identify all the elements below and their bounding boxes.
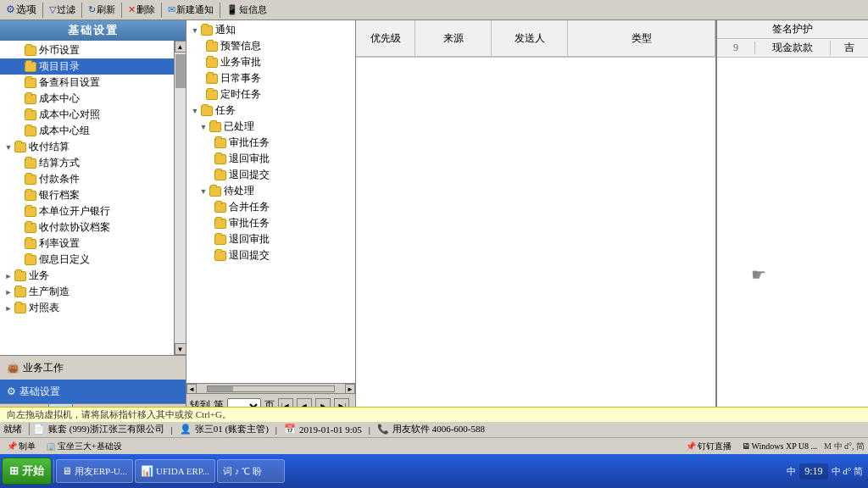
user-icon: 👤 bbox=[180, 424, 192, 435]
tree-item-bank-archive[interactable]: 银行档案 bbox=[0, 187, 174, 203]
horizontal-scrollbar[interactable] bbox=[186, 383, 355, 393]
separator-4 bbox=[161, 3, 162, 18]
pinned-item-1[interactable]: 📌 制单 bbox=[3, 440, 39, 453]
taskbar-item-erp1[interactable]: 🖥 用友ERP-U... bbox=[56, 459, 133, 483]
folder-icon-approve-task bbox=[214, 136, 227, 150]
scroll-right-btn[interactable] bbox=[345, 384, 355, 394]
tree-item-payment-terms[interactable]: 付款条件 bbox=[0, 171, 174, 187]
right-panel: 优先级 来源 发送人 类型 ☛ bbox=[356, 20, 715, 434]
tree-item-merge-task[interactable]: 合并任务 bbox=[186, 199, 355, 215]
left-tree[interactable]: 外币设置 项目目录 备查科目设置 成本中 bbox=[0, 41, 174, 355]
far-right-body bbox=[717, 58, 868, 434]
separator-5 bbox=[220, 3, 220, 18]
taskbar-item-misc[interactable]: 词 ♪ ℃ 盼 bbox=[217, 459, 285, 483]
briefcase-icon: 👜 bbox=[7, 362, 19, 374]
tree-item-reject-approve2[interactable]: 退回审批 bbox=[186, 231, 355, 247]
taskbar: ⊞ 开始 🖥 用友ERP-U... 📊 UFIDA ERP... 词 ♪ ℃ 盼… bbox=[0, 454, 868, 488]
options-icon: ⚙ bbox=[6, 3, 15, 16]
main-window: ⚙ 选项 ▽ 过滤 ↻ 刷新 ✕ 删除 ✉ 新建通知 📱 短信息 bbox=[0, 0, 868, 437]
folder-icon-costgroup bbox=[24, 125, 37, 138]
taskbar-separator bbox=[53, 459, 54, 483]
sms-icon: 📱 bbox=[226, 4, 238, 15]
table-body: ☛ bbox=[356, 58, 715, 434]
expand-task: ▼ bbox=[190, 106, 200, 116]
pinned-item-win[interactable]: 🖥 Windows XP U8 ... bbox=[738, 441, 821, 452]
tree-group-business[interactable]: ► 业务 bbox=[0, 268, 174, 284]
tree-item-bizapproval[interactable]: 业务审批 bbox=[186, 54, 355, 70]
separator-status-1: | bbox=[171, 424, 173, 435]
tab-basic-settings[interactable]: ⚙ 基础设置 bbox=[0, 380, 186, 403]
tree-group-manufacturing[interactable]: ► 生产制造 bbox=[0, 284, 174, 300]
scroll-left-btn[interactable] bbox=[186, 384, 197, 394]
pinned-item-2[interactable]: 🏢 宝坐三大+基础设 bbox=[42, 440, 125, 453]
tree-item-costcenter[interactable]: 成本中心 bbox=[0, 91, 174, 107]
col-header-priority: 优先级 bbox=[356, 20, 415, 56]
toolbar-refresh[interactable]: ↻ 刷新 bbox=[86, 3, 118, 17]
col-header-sender: 发送人 bbox=[492, 20, 568, 56]
taskbar-item-ufida[interactable]: 📊 UFIDA ERP... bbox=[135, 459, 215, 483]
tree-group-pending[interactable]: ▼ 待处理 bbox=[186, 183, 355, 199]
content-area: 基础设置 外币设置 项目目录 bbox=[0, 20, 868, 434]
tree-group-task[interactable]: ▼ 任务 bbox=[186, 103, 355, 119]
scroll-thumb-h bbox=[208, 386, 233, 391]
tree-item-costmapping[interactable]: 成本中心对照 bbox=[0, 107, 174, 123]
second-taskbar-row: 📌 制单 🏢 宝坐三大+基础设 📌 钉钉直播 🖥 Windows XP U8 .… bbox=[0, 437, 868, 454]
folder-icon-reject-approve bbox=[214, 152, 227, 166]
tree-item-reject-submit[interactable]: 退回提交 bbox=[186, 167, 355, 183]
toolbar-options[interactable]: ⚙ 选项 bbox=[3, 2, 39, 18]
tree-group-payment[interactable]: ▼ 收付结算 bbox=[0, 139, 174, 155]
tree-item-reject-submit2[interactable]: 退回提交 bbox=[186, 247, 355, 263]
far-right-sub-headers: 9 现金款款 吉 bbox=[717, 39, 868, 57]
folder-icon-bank-archive bbox=[24, 189, 37, 202]
tree-item-inquiry[interactable]: 备查科目设置 bbox=[0, 75, 174, 91]
expand-manufacturing: ► bbox=[3, 287, 14, 297]
tree-item-approve-task[interactable]: 审批任务 bbox=[186, 135, 355, 151]
far-right-col1-label: 9 bbox=[717, 42, 755, 54]
tree-item-interest[interactable]: 利率设置 bbox=[0, 236, 174, 252]
scroll-track[interactable] bbox=[175, 53, 186, 343]
folder-icon-payment-agreement bbox=[24, 221, 37, 235]
scroll-track-h[interactable] bbox=[207, 385, 335, 392]
left-panel: 基础设置 外币设置 项目目录 bbox=[0, 20, 186, 434]
tab-business-work[interactable]: 👜 业务工作 bbox=[0, 356, 186, 380]
tree-item-costgroup[interactable]: 成本中心组 bbox=[0, 123, 174, 139]
expand-project bbox=[14, 62, 24, 72]
expand-mapping: ► bbox=[3, 303, 14, 313]
table-header: 优先级 来源 发送人 类型 bbox=[356, 20, 715, 58]
expand-notification: ▼ bbox=[190, 25, 200, 36]
toolbar-new-notification[interactable]: ✉ 新建通知 bbox=[165, 3, 216, 17]
middle-tree[interactable]: ▼ 通知 预警信息 业务审批 日常事务 定时任 bbox=[186, 20, 355, 383]
tree-item-holiday[interactable]: 假息日定义 bbox=[0, 252, 174, 268]
tree-item-reject-approve[interactable]: 退回审批 bbox=[186, 151, 355, 167]
filter-icon: ▽ bbox=[49, 4, 56, 15]
tree-item-project[interactable]: 项目目录 bbox=[0, 58, 174, 75]
tree-group-processed[interactable]: ▼ 已处理 bbox=[186, 119, 355, 135]
tree-item-currency[interactable]: 外币设置 bbox=[0, 42, 174, 58]
folder-icon-interest bbox=[24, 237, 37, 251]
folder-icon-project bbox=[24, 60, 37, 74]
folder-icon-company-bank bbox=[24, 205, 37, 219]
scroll-up-btn[interactable] bbox=[175, 41, 186, 53]
folder-icon-payment bbox=[14, 141, 27, 154]
tree-item-payment-agreement[interactable]: 收付款协议档案 bbox=[0, 219, 174, 236]
tree-group-notification[interactable]: ▼ 通知 bbox=[186, 22, 355, 38]
tree-item-scheduled[interactable]: 定时任务 bbox=[186, 86, 355, 103]
tree-item-warning[interactable]: 预警信息 bbox=[186, 38, 355, 54]
start-button[interactable]: ⊞ 开始 bbox=[2, 458, 52, 485]
phone-icon: 📞 bbox=[377, 424, 389, 435]
tree-item-company-bank[interactable]: 本单位开户银行 bbox=[0, 203, 174, 219]
expand-business: ► bbox=[3, 271, 14, 281]
tree-item-daily[interactable]: 日常事务 bbox=[186, 70, 355, 86]
left-panel-scrollbar[interactable] bbox=[174, 41, 186, 355]
pinned-item-ding[interactable]: 📌 钉钉直播 bbox=[682, 440, 735, 453]
pin1-icon: 📌 bbox=[7, 441, 17, 451]
folder-icon-warning bbox=[205, 40, 219, 53]
toolbar-sms[interactable]: 📱 短信息 bbox=[224, 3, 270, 17]
tree-group-mapping[interactable]: ► 对照表 bbox=[0, 300, 174, 316]
tree-item-settlement[interactable]: 结算方式 bbox=[0, 155, 174, 171]
scroll-down-btn[interactable] bbox=[175, 343, 186, 355]
toolbar-delete[interactable]: ✕ 删除 bbox=[125, 3, 158, 17]
pin2-icon: 🏢 bbox=[46, 441, 56, 451]
tree-item-approve-task2[interactable]: 审批任务 bbox=[186, 215, 355, 231]
toolbar-filter[interactable]: ▽ 过滤 bbox=[47, 3, 78, 17]
